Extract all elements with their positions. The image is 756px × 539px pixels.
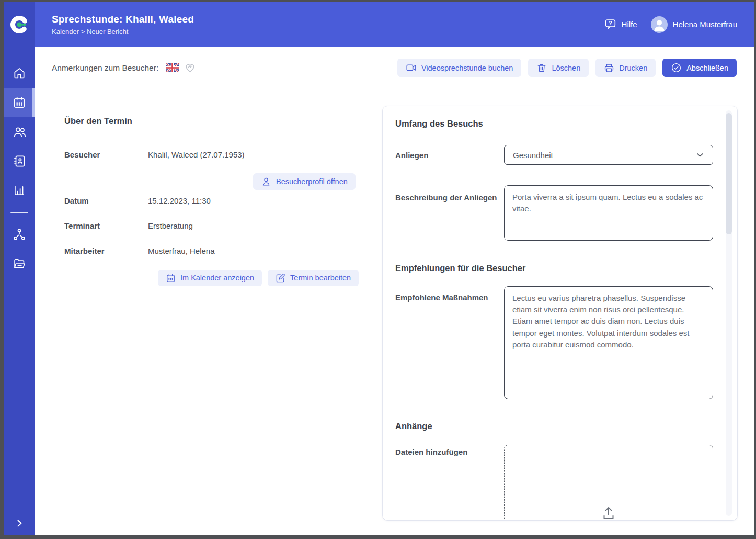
users-icon xyxy=(13,125,27,139)
delete-button[interactable]: Löschen xyxy=(528,59,589,77)
svg-text:?: ? xyxy=(609,20,612,26)
avatar xyxy=(651,16,668,33)
mitarbeiter-label: Mitarbeiter xyxy=(64,246,148,255)
annotation-badges xyxy=(166,62,196,74)
sidebar-item-visitors[interactable] xyxy=(4,117,35,147)
sidebar-item-home[interactable] xyxy=(4,59,35,88)
home-icon xyxy=(13,66,26,80)
row-mitarbeiter: Mitarbeiter Musterfrau, Helena xyxy=(64,246,215,255)
complete-button[interactable]: Abschließen xyxy=(662,59,737,77)
calendar-small-icon xyxy=(166,273,176,283)
print-button[interactable]: Drucken xyxy=(595,59,656,77)
sidebar-item-contacts[interactable] xyxy=(4,147,35,176)
care-heart-icon xyxy=(184,62,196,74)
terminart-label: Terminart xyxy=(64,221,148,230)
user-name: Helena Musterfrau xyxy=(673,20,737,29)
person-icon xyxy=(261,176,271,187)
help-button[interactable]: ? Hilfe xyxy=(604,18,637,31)
file-dropzone[interactable] xyxy=(504,445,713,521)
uk-flag-icon xyxy=(166,63,179,72)
add-files-label: Dateien hinzufügen xyxy=(395,447,467,456)
main-area: Sprechstunde: Khalil, Waleed Kalender > … xyxy=(35,2,754,535)
book-video-call-label: Videosprechstunde buchen xyxy=(421,64,513,72)
help-bubble-icon: ? xyxy=(604,18,617,31)
printer-icon xyxy=(604,63,614,73)
header-left: Sprechstunde: Khalil, Waleed Kalender > … xyxy=(52,14,194,36)
besucher-value: Khalil, Waleed (27.07.1953) xyxy=(148,150,245,159)
visitor-annotations: Anmerkungen zum Besucher: xyxy=(52,62,196,74)
annotations-label: Anmerkungen zum Besucher: xyxy=(52,63,158,73)
page-title: Sprechstunde: Khalil, Waleed xyxy=(52,14,194,25)
visit-report-card: Umfang des Besuchs Anliegen Gesundheit B… xyxy=(382,106,738,521)
appointment-panel: Über den Termin Besucher Khalil, Waleed … xyxy=(64,89,395,535)
card-scrollbar-thumb[interactable] xyxy=(726,113,732,234)
sidebar-item-documents[interactable] xyxy=(4,249,35,278)
sidebar-item-statistics[interactable] xyxy=(4,176,35,205)
user-menu[interactable]: Helena Musterfrau xyxy=(651,16,737,33)
folder-documents-icon xyxy=(13,257,26,271)
toolbar-actions: Videosprechstunde buchen Löschen xyxy=(397,59,737,77)
app-logo[interactable] xyxy=(4,2,35,47)
visit-scope-heading: Umfang des Besuchs xyxy=(395,119,483,129)
anliegen-selected-value: Gesundheit xyxy=(513,151,553,160)
trash-icon xyxy=(536,63,547,73)
sidebar-item-calendar[interactable] xyxy=(4,88,35,117)
show-in-calendar-label: Im Kalender anzeigen xyxy=(180,274,254,282)
anliegen-label: Anliegen xyxy=(395,151,428,160)
sidebar-item-network[interactable] xyxy=(4,220,35,249)
content: Über den Termin Besucher Khalil, Waleed … xyxy=(35,89,754,535)
measures-textarea[interactable]: Lectus eu varius pharetra phasellus. Sus… xyxy=(504,286,713,399)
chevron-right-icon xyxy=(13,517,26,530)
delete-label: Löschen xyxy=(552,64,580,72)
show-in-calendar-button[interactable]: Im Kalender anzeigen xyxy=(158,270,262,286)
chevron-down-icon xyxy=(695,150,705,160)
breadcrumb-current: Neuer Bericht xyxy=(87,28,128,36)
open-visitor-profile-label: Besucherprofil öffnen xyxy=(276,177,348,186)
complete-label: Abschließen xyxy=(686,64,728,72)
description-label: Beschreibung der Anliegen xyxy=(395,193,497,202)
breadcrumb-separator: > xyxy=(81,28,85,36)
edit-appointment-label: Termin bearbeiten xyxy=(290,274,351,282)
contact-book-icon xyxy=(13,154,26,168)
anliegen-select[interactable]: Gesundheit xyxy=(504,145,713,165)
calendar-icon xyxy=(13,96,26,109)
datum-value: 15.12.2023, 11:30 xyxy=(148,196,211,205)
header-right: ? Hilfe Helena Musterfrau xyxy=(604,16,737,33)
video-camera-icon xyxy=(406,62,417,73)
upload-icon-wrap xyxy=(505,505,713,521)
network-share-icon xyxy=(13,228,26,241)
logo-icon xyxy=(9,15,29,35)
datum-label: Datum xyxy=(64,196,148,205)
besucher-label: Besucher xyxy=(64,150,148,159)
print-label: Drucken xyxy=(619,64,647,72)
avatar-person-icon xyxy=(651,16,668,33)
terminart-value: Erstberatung xyxy=(148,221,193,230)
appointment-actions: Im Kalender anzeigen Termin bearbeiten xyxy=(158,270,359,286)
toolbar: Anmerkungen zum Besucher: xyxy=(35,47,754,89)
sidebar-divider xyxy=(10,212,28,213)
recommendations-heading: Empfehlungen für die Besucher xyxy=(395,263,525,273)
sidebar-expand-button[interactable] xyxy=(4,517,35,530)
edit-appointment-button[interactable]: Termin bearbeiten xyxy=(268,270,359,286)
attachments-heading: Anhänge xyxy=(395,421,432,431)
open-visitor-profile-button[interactable]: Besucherprofil öffnen xyxy=(253,173,356,190)
breadcrumb-link-kalender[interactable]: Kalender xyxy=(52,28,79,36)
row-besucher: Besucher Khalil, Waleed (27.07.1953) xyxy=(64,150,245,159)
page-header: Sprechstunde: Khalil, Waleed Kalender > … xyxy=(35,2,754,47)
row-datum: Datum 15.12.2023, 11:30 xyxy=(64,196,211,205)
edit-pen-icon xyxy=(276,273,285,283)
measures-label: Empfohlene Maßnahmen xyxy=(395,293,488,302)
sidebar xyxy=(4,2,35,535)
book-video-call-button[interactable]: Videosprechstunde buchen xyxy=(397,59,521,77)
card-scrollbar-track[interactable] xyxy=(726,110,732,516)
appointment-heading: Über den Termin xyxy=(64,116,132,126)
breadcrumb: Kalender > Neuer Bericht xyxy=(52,28,194,36)
help-label: Hilfe xyxy=(622,20,637,29)
screenshot-frame: Sprechstunde: Khalil, Waleed Kalender > … xyxy=(0,0,756,539)
mitarbeiter-value: Musterfrau, Helena xyxy=(148,246,215,255)
bar-chart-icon xyxy=(13,184,26,197)
check-circle-icon xyxy=(671,62,682,73)
row-terminart: Terminart Erstberatung xyxy=(64,221,193,230)
app-window: Sprechstunde: Khalil, Waleed Kalender > … xyxy=(4,2,754,535)
description-textarea[interactable]: Porta viverra a sit ipsum quam. Lectus e… xyxy=(504,185,713,241)
